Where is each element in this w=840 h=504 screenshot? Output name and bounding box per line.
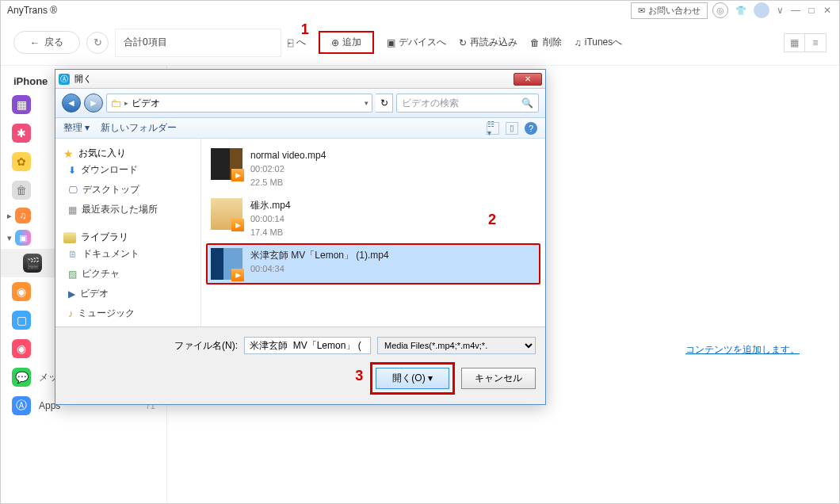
heart-icon: ◉ [12, 339, 31, 358]
recent-icon: ▦ [68, 204, 77, 216]
document-icon: 🗎 [68, 249, 78, 260]
desktop-icon: 🖵 [68, 185, 78, 196]
dialog-title: 開く [74, 73, 92, 85]
message-icon: 💬 [12, 368, 31, 387]
app-title: AnyTrans ® [7, 5, 57, 16]
clapper-icon: 🎬 [23, 254, 42, 273]
play-overlay-icon: ▶ [231, 269, 244, 281]
flower-icon: ✿ [12, 152, 31, 171]
download-icon: ⬇ [68, 165, 76, 176]
minimize-icon[interactable]: — [790, 5, 801, 16]
trash-sidebar-icon: 🗑 [12, 181, 31, 200]
trash-icon: 🗑 [530, 37, 540, 48]
organize-menu[interactable]: 整理 ▾ [63, 121, 90, 135]
reload-icon: ↻ [459, 37, 467, 48]
help-icon[interactable]: ? [525, 122, 537, 135]
app-logo-icon: Ⓐ [59, 74, 70, 85]
video-icon: ▶ [68, 288, 75, 300]
share-icon: ✱ [12, 124, 31, 143]
video-thumbnail: ▶ [211, 198, 242, 230]
folder-tree: ★お気に入り ⬇ダウンロード 🖵デスクトップ ▦最近表示した場所 ライブラリ 🗎… [55, 139, 201, 326]
mail-icon: ✉ [638, 6, 645, 16]
video-thumbnail: ▶ [211, 148, 242, 180]
tree-pictures[interactable]: ▨ピクチャ [59, 264, 197, 284]
chevron-down-icon[interactable]: ▾ [365, 99, 368, 107]
play-overlay-icon: ▶ [231, 169, 244, 181]
refresh-breadcrumb-button[interactable]: ↻ [376, 94, 393, 113]
video-cat-icon: ▣ [15, 230, 31, 246]
music-icon: ♫ [15, 208, 31, 223]
tree-library[interactable]: ライブラリ [59, 231, 197, 244]
filename-label: ファイル名(N): [174, 339, 238, 353]
file-filter-select[interactable]: Media Files(*.mp4;*.m4v;*. [377, 337, 536, 354]
monitor-icon: ⍇ [288, 37, 293, 48]
nav-back-button[interactable]: ◄ [62, 94, 81, 113]
chevron-down-icon[interactable]: ▾ [7, 233, 12, 243]
tree-downloads[interactable]: ⬇ダウンロード [59, 160, 197, 180]
to-device-button[interactable]: ▣デバイスへ [387, 36, 446, 49]
file-item[interactable]: ▶ normal video.mp4 00:02:02 22.5 MB [206, 143, 540, 193]
nav-forward-button[interactable]: ► [84, 94, 103, 113]
list-view-button[interactable]: ≡ [805, 34, 826, 52]
dialog-close-button[interactable]: ✕ [514, 73, 542, 86]
marker-2: 2 [488, 212, 496, 228]
category-icon: ▦ [12, 95, 31, 114]
camera-icon: ◉ [12, 282, 31, 301]
device-icon: ▣ [387, 37, 395, 48]
contact-button[interactable]: ✉ お問い合わせ [631, 2, 708, 19]
tree-desktop[interactable]: 🖵デスクトップ [59, 180, 197, 200]
item-summary: 合計0項目 [115, 29, 281, 57]
play-overlay-icon: ▶ [231, 219, 244, 231]
search-icon: 🔍 [521, 97, 533, 109]
chevron-right-icon[interactable]: ▸ [7, 211, 12, 221]
refresh-button[interactable]: ↻ [86, 32, 109, 54]
video-thumbnail: ▶ [211, 248, 242, 280]
tree-music[interactable]: ♪ミュージック [59, 304, 197, 323]
maximize-icon[interactable]: □ [806, 5, 817, 16]
plus-icon: ⊕ [331, 37, 339, 48]
grid-view-button[interactable]: ▦ [785, 34, 805, 52]
music-note-icon: ♫ [575, 37, 582, 48]
add-button[interactable]: 1 ⊕ 追加 [319, 31, 374, 54]
add-content-link[interactable]: コンテンツを追加します。 [685, 344, 800, 355]
arrow-left-icon: ← [30, 37, 40, 48]
user-avatar[interactable] [754, 2, 769, 18]
tree-favorites[interactable]: ★お気に入り [59, 147, 197, 160]
new-folder-button[interactable]: 新しいフォルダー [101, 121, 177, 135]
back-button[interactable]: ← 戻る [13, 31, 80, 54]
music-icon: ♪ [68, 308, 73, 319]
file-item-selected[interactable]: 2 ▶ 米津玄師 MV「Lemon」 (1).mp4 00:04:34 [206, 243, 540, 284]
filename-input[interactable] [244, 337, 371, 354]
close-icon[interactable]: ✕ [822, 5, 833, 16]
library-icon [63, 232, 76, 243]
preview-pane-button[interactable]: ▯ [506, 122, 518, 135]
empty-hint: コンテンツを追加します。 [685, 343, 800, 357]
star-icon: ★ [63, 147, 74, 160]
chevron-down-icon[interactable]: ∨ [774, 5, 785, 16]
apps-icon: Ⓐ [12, 396, 31, 415]
file-open-dialog: Ⓐ 開く ✕ ◄ ► 🗀 ▸ ビデオ ▾ ↻ ビデオの検索 🔍 整理 ▾ 新しい… [55, 69, 546, 405]
reload-button[interactable]: ↻再読み込み [459, 36, 517, 49]
picture-icon: ▨ [68, 269, 77, 280]
marker-1: 1 [301, 21, 309, 38]
photo-icon: ▢ [12, 311, 31, 330]
tree-videos[interactable]: ▶ビデオ [59, 284, 197, 304]
chevron-right-icon: ▸ [124, 99, 128, 107]
tree-recent[interactable]: ▦最近表示した場所 [59, 200, 197, 220]
delete-button[interactable]: 🗑削除 [530, 36, 562, 49]
open-button[interactable]: 開く(O) ▾ [376, 368, 449, 389]
marker-3: 3 [355, 368, 363, 384]
shirt-icon[interactable]: 👕 [733, 2, 749, 18]
search-input[interactable]: ビデオの検索 🔍 [396, 94, 539, 113]
cancel-button[interactable]: キャンセル [461, 368, 536, 389]
tree-documents[interactable]: 🗎ドキュメント [59, 244, 197, 264]
folder-icon: 🗀 [110, 97, 121, 109]
to-itunes-button[interactable]: ♫iTunesへ [575, 36, 623, 49]
breadcrumb[interactable]: 🗀 ▸ ビデオ ▾ [106, 94, 372, 113]
view-mode-button[interactable]: ☷ ▾ [487, 122, 499, 135]
globe-icon[interactable]: ◎ [712, 2, 728, 18]
